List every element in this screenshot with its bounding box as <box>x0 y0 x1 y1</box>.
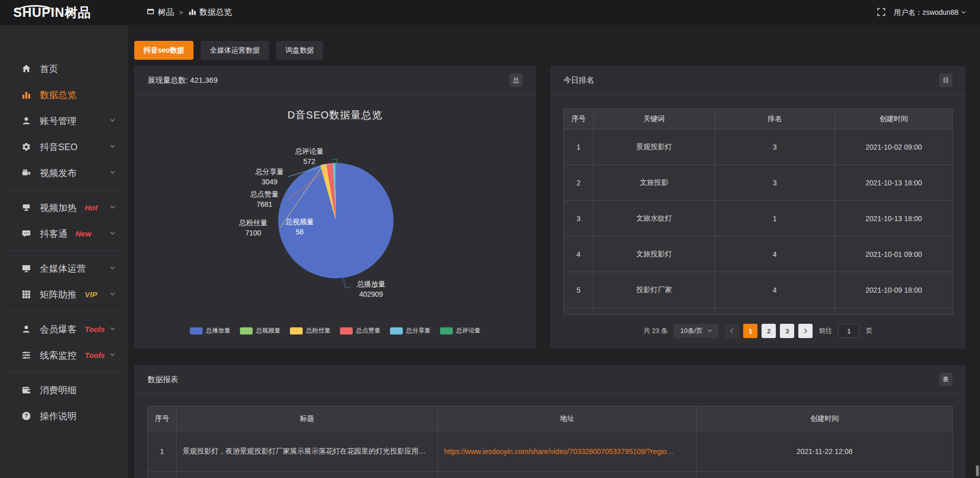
prev-page-button[interactable] <box>725 324 739 338</box>
pagination-total: 共 23 条 <box>644 326 668 336</box>
table-cell <box>177 472 438 478</box>
overview-corner-button[interactable]: 总 <box>509 74 523 87</box>
projector-screen-icon <box>20 203 32 212</box>
logo: SHUPIN树品 <box>0 4 128 21</box>
table-cell <box>835 308 953 315</box>
table-cell <box>697 472 953 478</box>
page-button-2[interactable]: 2 <box>762 324 776 338</box>
table-cell: 2021-10-09 18:00 <box>835 272 953 308</box>
breadcrumb-root[interactable]: 树品 <box>146 7 174 18</box>
table-cell: 5 <box>564 272 594 308</box>
legend-label: 总粉丝量 <box>306 326 331 335</box>
table-cell: 2021-10-02 09:00 <box>835 129 953 165</box>
chevron-down-icon <box>109 289 116 300</box>
tab-media-operation-data[interactable]: 全媒体运营数据 <box>201 41 269 60</box>
goto-page-input[interactable] <box>838 324 860 338</box>
legend-swatch <box>290 327 303 334</box>
ranking-corner-button[interactable]: 日 <box>939 74 952 87</box>
table-cell: 1 <box>715 201 835 236</box>
overview-panel: 展现量总数: 421,369 总 D音SEO数据量总览 总评论量572 <box>134 66 536 349</box>
goto-label: 前往 <box>819 326 832 336</box>
table-cell: 4 <box>564 236 594 272</box>
table-cell: 1 <box>148 431 177 472</box>
legend-item[interactable]: 总播放量 <box>190 326 231 335</box>
page-size-select[interactable]: 10条/页 <box>674 324 719 338</box>
next-page-button[interactable] <box>798 324 813 338</box>
home-icon <box>20 64 32 74</box>
video-link[interactable]: https://www.iesdouyin.com/share/video/70… <box>444 447 690 456</box>
table-cell: 2021-10-13 18:00 <box>835 165 953 201</box>
tab-douyin-seo-data[interactable]: 抖音seo数据 <box>134 41 193 60</box>
legend-item[interactable]: 总视频量 <box>240 326 281 335</box>
legend-item[interactable]: 总评论量 <box>440 326 481 335</box>
table-cell: 3 <box>715 165 835 201</box>
chevron-down-icon <box>109 115 116 126</box>
column-header: 序号 <box>148 407 177 431</box>
tab-inquiry-data[interactable]: 询盘数据 <box>276 41 323 60</box>
sidebar-item-video-publish[interactable]: 视频发布 <box>0 160 128 186</box>
sidebar-item-douyin-seo[interactable]: 抖音SEO <box>0 134 128 160</box>
sidebar-divider <box>7 372 121 373</box>
legend-swatch <box>440 327 453 334</box>
goto-unit: 页 <box>866 326 872 336</box>
table-cell: 文旅投影 <box>594 165 715 201</box>
topbar: SHUPIN树品 树品 > 数据总览 用户名：zswodun88 <box>0 0 980 25</box>
chevron-down-icon <box>109 350 116 361</box>
legend-item[interactable]: 总粉丝量 <box>290 326 331 335</box>
sidebar-item-instructions[interactable]: ? 操作说明 <box>0 403 128 429</box>
sidebar-item-lead-monitor[interactable]: 线索监控 Tools <box>0 342 128 368</box>
user-icon <box>20 324 32 334</box>
column-header: 关键词 <box>594 109 715 129</box>
sidebar-item-media-operation[interactable]: 全媒体运营 <box>0 255 128 281</box>
ranking-panel-title: 今日排名 <box>564 76 594 85</box>
table-cell: 4 <box>715 236 835 272</box>
sidebar-item-account[interactable]: 账号管理 <box>0 108 128 134</box>
content-area: 抖音seo数据 全媒体运营数据 询盘数据 展现量总数: 421,369 总 D音… <box>128 25 980 478</box>
sidebar-item-member-burst[interactable]: 会员爆客 Tools <box>0 316 128 342</box>
table-cell: 文旅水纹灯 <box>594 201 715 236</box>
sidebar-item-matrix-boost[interactable]: 矩阵助推 VIP <box>0 281 128 307</box>
legend-swatch <box>340 327 353 334</box>
chevron-down-icon <box>109 263 116 274</box>
chevron-down-icon <box>961 9 967 17</box>
bar-chart-icon <box>188 8 197 18</box>
chevron-down-icon <box>109 168 116 178</box>
scrollbar-thumb[interactable] <box>976 465 979 476</box>
pagination: 共 23 条 10条/页 1 2 3 前往 <box>564 324 952 338</box>
legend-swatch <box>240 327 253 334</box>
table-cell: 4 <box>715 272 835 308</box>
table-cell <box>594 308 715 315</box>
legend-item[interactable]: 总点赞量 <box>340 326 381 335</box>
table-cell: 3 <box>564 201 594 236</box>
pie-label-likes: 总点赞量7681 <box>242 189 286 209</box>
sidebar-item-data-overview[interactable]: 数据总览 <box>0 82 128 108</box>
pie-label-fans: 总粉丝量7100 <box>228 218 278 238</box>
table-cell <box>715 308 835 315</box>
sidebar-item-home[interactable]: 首页 <box>0 56 128 82</box>
legend-label: 总播放量 <box>206 326 231 335</box>
sidebar-item-douketong[interactable]: 抖客通 New <box>0 221 128 247</box>
sidebar: 首页 数据总览 账号管理 抖音SEO 视频发布 视频加热 Hot <box>0 25 128 478</box>
table-cell-url: https://www.iesdouyin.com/share/video/70… <box>438 431 697 472</box>
legend-item[interactable]: 总分享量 <box>390 326 431 335</box>
table-cell <box>564 308 594 315</box>
page-button-1[interactable]: 1 <box>743 324 757 338</box>
legend-label: 总评论量 <box>456 326 481 335</box>
report-corner-button[interactable]: 表 <box>939 373 952 386</box>
column-header: 序号 <box>564 109 594 129</box>
fullscreen-icon[interactable] <box>877 8 886 18</box>
breadcrumb-separator: > <box>179 9 183 16</box>
sidebar-item-video-heat[interactable]: 视频加热 Hot <box>0 195 128 221</box>
sliders-icon <box>20 350 32 360</box>
user-menu[interactable]: 用户名：zswodun88 <box>894 8 967 17</box>
bar-chart-icon <box>20 90 32 100</box>
page-button-3[interactable]: 3 <box>780 324 794 338</box>
report-panel: 数据报表 表 序号 标题 地址 创建时间 1 景观投影灯，夜游景观投影灯厂家展示… <box>134 365 966 478</box>
column-header: 创建时间 <box>697 407 953 431</box>
sidebar-item-spend-details[interactable]: 消费明细 <box>0 377 128 403</box>
user-icon <box>20 116 32 126</box>
table-cell: 2021-10-13 18:00 <box>835 201 953 236</box>
grid-icon <box>20 290 32 299</box>
legend-swatch <box>390 327 403 334</box>
column-header: 地址 <box>438 407 697 431</box>
